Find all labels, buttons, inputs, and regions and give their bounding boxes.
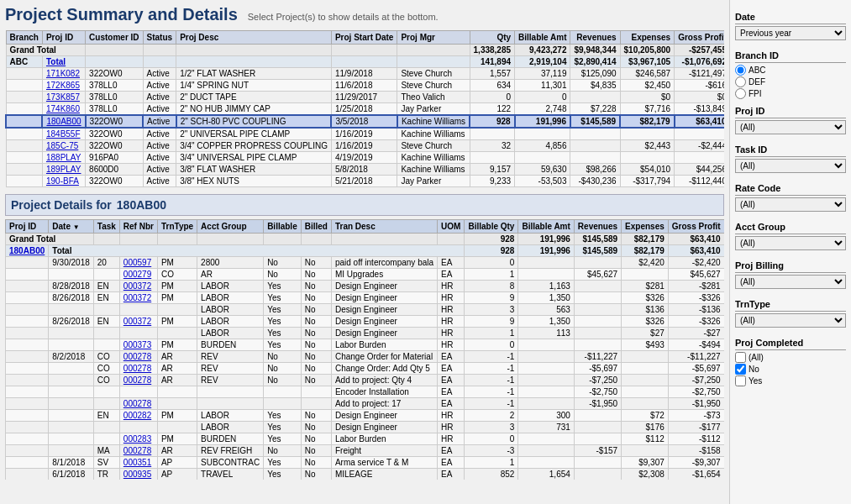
detail-row: LABORYesNo Design EngineerHR 3563 $136-$…: [6, 304, 725, 316]
detail-gt-qty: 928: [465, 234, 518, 245]
col-grossprofit: Gross Profit: [675, 31, 724, 45]
projid-link[interactable]: 189PLAY: [46, 165, 81, 174]
table-row: 190-BFA 322OW0Active 3/8" HEX NUTS5/21/2…: [6, 176, 724, 187]
refnbr-link[interactable]: 000278: [123, 375, 151, 385]
refnbr-link[interactable]: 000372: [123, 317, 151, 326]
branch-fpi-radio[interactable]: [735, 88, 746, 99]
col-d-expenses: Expenses: [622, 220, 669, 234]
refnbr-link[interactable]: 000351: [123, 458, 151, 467]
col-d-revenues: Revenues: [574, 220, 621, 234]
projid-link[interactable]: 180AB00: [46, 117, 81, 126]
projid-link[interactable]: 173K857: [46, 92, 80, 102]
detail-projid-link[interactable]: 180AB00: [9, 246, 45, 255]
refnbr-link[interactable]: 000372: [123, 281, 151, 291]
projid-link[interactable]: 172K865: [46, 81, 80, 90]
col-d-billableamt: Billable Amt: [518, 220, 574, 234]
detail-pt-expenses: $82,179: [622, 245, 669, 257]
abc-qty: 141,894: [470, 56, 515, 68]
detail-row: 000373 PMBURDENYesNo Labor BurdenHR 0 $4…: [6, 339, 725, 351]
grand-total-billable: 9,423,272: [515, 45, 570, 56]
refnbr-link[interactable]: 000279: [123, 270, 151, 279]
acctgroup-select[interactable]: (All): [735, 236, 846, 250]
detail-row: 000279 COARNoNo MI UpgradesEA 1 $45,627$…: [6, 269, 725, 281]
detail-row: CO 000278 ARREVNoNo Change Order: Add Qt…: [6, 363, 725, 375]
left-panel: Project Summary and Details Select Proje…: [0, 0, 729, 504]
abc-group-row: ABC Total 141,894 2,919,104 $2,890,414 $…: [6, 56, 724, 68]
projid-link[interactable]: 188PLAY: [46, 153, 81, 162]
detail-gt-revenues: $145,589: [574, 234, 621, 245]
table-row: 173K857 378LL0Active 2" DUCT TAPE11/29/2…: [6, 92, 724, 103]
date-select[interactable]: Previous year: [735, 26, 846, 40]
col-d-acctgroup: Acct Group: [197, 220, 264, 234]
detail-row: CO 000278 ARREVNoNo Add to project: Qty …: [6, 375, 725, 386]
detail-proj-total-row: 180AB00 Total 928 191,996 $145,589 $82,1…: [6, 245, 725, 257]
refnbr-link[interactable]: 000278: [123, 446, 151, 455]
table-row: 171K082 322OW0Active 1/2" FLAT WASHER11/…: [6, 68, 724, 80]
branch-radio-group: ABC DEF FPI: [735, 65, 846, 99]
branch-def-label: DEF: [749, 77, 765, 87]
projid-link[interactable]: 184B55F: [46, 129, 81, 139]
abc-billable: 2,919,104: [515, 56, 570, 68]
abc-label: ABC: [6, 56, 42, 68]
detail-row: 8/28/2018EN 000372 PMLABORYesNo Design E…: [6, 281, 725, 292]
projid-link[interactable]: 174K860: [46, 104, 80, 113]
projcompleted-all-checkbox[interactable]: [735, 352, 746, 363]
taskid-select[interactable]: (All): [735, 159, 846, 173]
ratecode-select[interactable]: (All): [735, 197, 846, 212]
branch-abc-radio[interactable]: [735, 65, 746, 76]
projid-select[interactable]: (All): [735, 120, 846, 134]
refnbr-link[interactable]: 000278: [123, 399, 151, 408]
table-row: 184B55F 322OW0Active 2" UNIVERSAL PIPE C…: [6, 128, 724, 140]
col-d-uom: UOM: [438, 220, 465, 234]
highlighted-row[interactable]: 180AB00 322OW0Active 2" SCH-80 PVC COUPL…: [6, 115, 724, 128]
detail-section: Project Details for 180AB00 Proj ID Date…: [5, 194, 724, 480]
detail-pt-billable: 191,996: [518, 245, 574, 257]
projcompleted-yes-checkbox[interactable]: [735, 375, 746, 386]
projbilling-select[interactable]: (All): [735, 275, 846, 289]
refnbr-link[interactable]: 000282: [123, 411, 151, 420]
projcompleted-no[interactable]: No: [735, 364, 846, 375]
col-branch: Branch: [6, 31, 42, 45]
projcompleted-all[interactable]: (All): [735, 352, 846, 363]
detail-row: 8/2/2018CO 000278 ARREVNoNo Change Order…: [6, 351, 725, 363]
grand-total-revenues: $9,948,344: [570, 45, 620, 56]
summary-table: Branch Proj ID Customer ID Status Proj D…: [5, 30, 724, 187]
col-customerid: Customer ID: [86, 31, 143, 45]
branch-def[interactable]: DEF: [735, 76, 846, 87]
col-d-date: Date ▼: [49, 220, 94, 234]
table-row: 185C-75 322OW0Active 3/4" COPPER PROPRES…: [6, 140, 724, 152]
refnbr-link[interactable]: 000278: [123, 364, 151, 373]
acctgroup-filter-title: Acct Group: [735, 222, 846, 234]
projcompleted-no-checkbox[interactable]: [735, 364, 746, 375]
summary-scroll-area[interactable]: Branch Proj ID Customer ID Status Proj D…: [5, 30, 724, 187]
refnbr-link[interactable]: 000935: [123, 470, 151, 479]
detail-section-header: Project Details for 180AB00: [5, 194, 724, 216]
refnbr-link[interactable]: 000283: [123, 434, 151, 444]
projid-filter-title: Proj ID: [735, 106, 846, 118]
col-d-trntype: TrnType: [157, 220, 197, 234]
detail-row: 9/30/201820 000597 PM2800NoNo paid off i…: [6, 257, 725, 269]
branch-fpi[interactable]: FPI: [735, 88, 846, 99]
projid-link[interactable]: 185C-75: [46, 141, 78, 150]
refnbr-link[interactable]: 000372: [123, 293, 151, 302]
projid-link[interactable]: 190-BFA: [46, 176, 79, 186]
projid-link[interactable]: 171K082: [46, 69, 80, 78]
abc-total-link[interactable]: Total: [46, 57, 66, 66]
detail-scroll-area[interactable]: Proj ID Date ▼ Task Ref Nbr TrnType Acct…: [5, 219, 724, 480]
branch-abc[interactable]: ABC: [735, 65, 846, 76]
detail-pt-qty: 928: [465, 245, 518, 257]
refnbr-link[interactable]: 000597: [123, 258, 151, 267]
branch-def-radio[interactable]: [735, 76, 746, 87]
detail-table: Proj ID Date ▼ Task Ref Nbr TrnType Acct…: [5, 219, 724, 480]
trntype-select[interactable]: (All): [735, 313, 846, 328]
refnbr-link[interactable]: 000373: [123, 340, 151, 349]
col-projdesc: Proj Desc: [176, 31, 332, 45]
projcompleted-yes[interactable]: Yes: [735, 375, 846, 386]
date-section-title: Date: [735, 12, 846, 24]
detail-row: 000283 PMBURDENYesNo Labor BurdenHR 0 $1…: [6, 433, 725, 445]
col-status: Status: [143, 31, 176, 45]
col-billableamt: Billable Amt: [515, 31, 570, 45]
col-startdate: Proj Start Date: [331, 31, 397, 45]
refnbr-link[interactable]: 000278: [123, 352, 151, 361]
col-d-task: Task: [93, 220, 119, 234]
